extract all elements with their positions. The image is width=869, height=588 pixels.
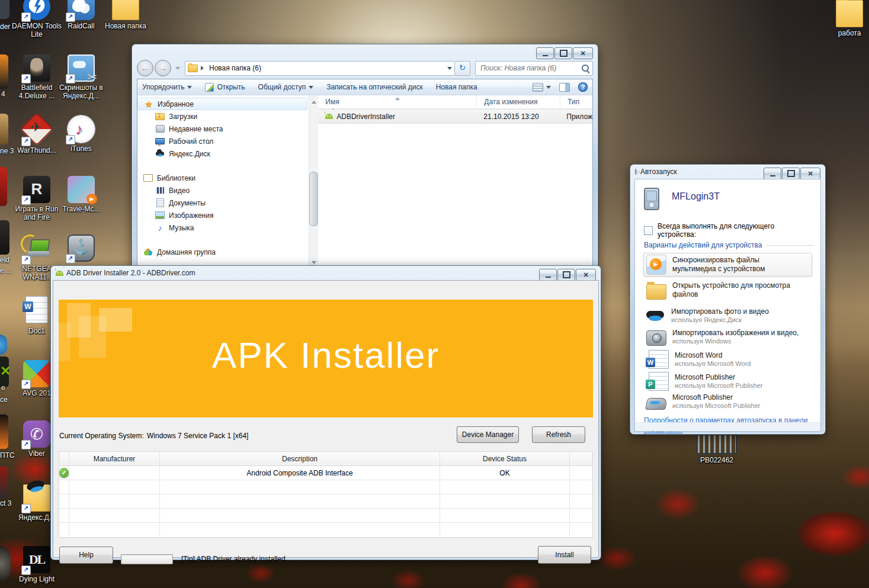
device-row-android[interactable]: Android Composite ADB Interface OK <box>59 466 592 480</box>
sidebar-item-favorites[interactable]: Избранное <box>137 98 307 110</box>
close-button[interactable]: ✕ <box>573 47 593 59</box>
desktop-icon-fragment[interactable] <box>0 54 8 89</box>
sidebar-item-recent-places[interactable]: Недавние места <box>137 123 309 135</box>
install-button[interactable]: Install <box>538 546 591 564</box>
avg-icon <box>23 360 50 387</box>
address-dropdown-icon[interactable] <box>447 67 452 72</box>
sidebar-item-video[interactable]: Видео <box>137 184 309 197</box>
desktop-icon-travie[interactable]: Travie-Mc... <box>56 176 106 213</box>
toolbar-organize[interactable]: Упорядочить <box>142 83 192 91</box>
column-header-date[interactable]: Дата изменения <box>477 95 560 108</box>
file-row-adbdriverinstaller[interactable]: ADBDriverInstaller 21.10.2015 13:20 Прил… <box>318 109 592 124</box>
maximize-button[interactable] <box>782 168 800 179</box>
travie-icon <box>68 176 95 203</box>
geforce-icon-fragment[interactable]: ✕ <box>0 356 9 387</box>
help-button[interactable]: Help <box>59 547 113 564</box>
toolbar-burn[interactable]: Записать на оптический диск <box>326 83 423 91</box>
back-button[interactable]: ← <box>137 60 153 76</box>
word-icon <box>649 350 669 369</box>
desktop-icon-fragment[interactable] <box>0 546 11 581</box>
sidebar-item-libraries[interactable]: Библиотеки <box>137 172 309 184</box>
minimize-icon <box>770 173 775 176</box>
help-icon[interactable]: ? <box>578 82 588 92</box>
autoplay-option-publisher[interactable]: Microsoft Publisherиспользуя Microsoft P… <box>643 370 812 393</box>
sidebar-item-pictures[interactable]: Изображения <box>137 209 309 221</box>
file-type-cell: Прилож <box>559 113 592 121</box>
autoplay-option-import-windows[interactable]: Импортировать изображения и видео,исполь… <box>643 326 812 348</box>
shortcut-arrow-icon <box>21 380 31 389</box>
column-header-device-status[interactable]: Device Status <box>440 452 570 465</box>
breadcrumb[interactable]: Новая папка (6) <box>209 64 444 72</box>
sidebar-scrollbar[interactable] <box>309 95 318 269</box>
device-row-empty <box>59 523 592 536</box>
shortcut-arrow-icon <box>66 74 75 83</box>
desktop-icon-daemon-tools[interactable]: DAEMON Tools Lite <box>12 0 62 39</box>
search-box[interactable] <box>475 61 593 76</box>
refresh-button[interactable]: Refresh <box>532 426 585 443</box>
sidebar-item-yandex-disk[interactable]: Яндекс.Диск <box>137 147 309 160</box>
autoplay-option-import-yandex[interactable]: Импортировать фото и видеоиспользуя Янде… <box>643 304 812 327</box>
minimize-button[interactable] <box>764 168 781 179</box>
close-button[interactable]: ✕ <box>800 168 820 179</box>
scrollbar-thumb[interactable] <box>309 172 318 226</box>
desktop-icon-fragment[interactable] <box>0 220 9 255</box>
chevron-down-icon[interactable] <box>546 86 551 91</box>
column-header-description[interactable]: Description <box>160 452 440 465</box>
autoplay-option-word[interactable]: Microsoft Wordиспользуя Microsoft Word <box>643 348 812 371</box>
autoplay-option-open-device[interactable]: Открыть устройство для просмотра файлов <box>643 279 812 301</box>
toolbar-share[interactable]: Общий доступ <box>258 83 314 91</box>
desktop-icon-itunes[interactable]: iTunes <box>56 115 106 153</box>
address-bar[interactable]: Новая папка (6) <box>185 61 455 76</box>
refresh-button[interactable]: ↻ <box>455 61 470 76</box>
column-header-name[interactable]: Имя <box>318 95 477 108</box>
desktop-icon-label: RaidCall <box>56 22 106 30</box>
search-input[interactable] <box>479 63 582 73</box>
sidebar-item-desktop[interactable]: Рабочий стол <box>137 135 309 147</box>
desktop-icon-run-and-fire[interactable]: Играть в Run and Fire <box>12 176 62 222</box>
always-do-checkbox[interactable] <box>644 226 653 235</box>
adb-titlebar[interactable]: ADB Driver Installer 2.0 - ADBDriver.com <box>51 266 601 280</box>
desktop-icon-rabota[interactable]: работа <box>825 0 869 37</box>
desktop-icon-fragment[interactable] <box>0 167 7 206</box>
toolbar-new-folder[interactable]: Новая папка <box>436 83 477 91</box>
device-manager-button[interactable]: Device Manager <box>457 426 519 443</box>
desktop-icon-raidcall[interactable]: RaidCall <box>56 0 106 30</box>
device-status-cell <box>59 466 69 480</box>
sidebar-item-downloads[interactable]: Загрузки <box>137 110 309 123</box>
change-view-icon[interactable] <box>533 83 543 92</box>
autoplay-option-publisher-2[interactable]: Microsoft Publisherиспользуя Microsoft P… <box>643 391 812 412</box>
minimize-button[interactable] <box>539 269 557 281</box>
desktop-icon-fragment[interactable] <box>0 0 9 19</box>
column-header-manufacturer[interactable]: Manufacturer <box>69 452 160 465</box>
scroll-up-icon[interactable] <box>312 98 316 104</box>
desktop-icon-warships[interactable] <box>56 234 106 262</box>
maximize-button[interactable] <box>554 47 572 59</box>
forward-button[interactable]: → <box>155 60 171 76</box>
desktop-icon-screenshots[interactable]: Скриншоты в Яндекс.Д... <box>56 54 106 101</box>
desktop-icon-new-folder[interactable]: Новая папка <box>101 0 150 30</box>
sidebar-item-homegroup[interactable]: Домашняя группа <box>137 246 309 258</box>
device-row-empty <box>59 480 592 494</box>
dying-light-icon <box>23 546 50 573</box>
minimize-button[interactable] <box>536 47 554 59</box>
warships-anchor-icon <box>68 234 95 262</box>
desktop-icon-fragment[interactable] <box>0 114 8 144</box>
sidebar-item-documents[interactable]: Документы <box>137 197 309 209</box>
desktop-icon-warthunder[interactable]: WarThund... <box>12 115 62 155</box>
desktop-icon-battlefield4[interactable]: Battlefield 4.Deluxe ... <box>12 54 62 101</box>
sidebar-item-music[interactable]: Музыка <box>137 221 309 234</box>
autoplay-option-sync-media[interactable]: Синхронизировать файлы мультимедиа с уст… <box>643 253 812 277</box>
adb-installer-window: ADB Driver Installer 2.0 - ADBDriver.com… <box>50 265 601 560</box>
desktop-icon-fragment[interactable] <box>0 415 8 449</box>
column-header-type[interactable]: Тип <box>560 95 592 108</box>
desktop-icon-pb022462[interactable]: PB022462 <box>692 434 742 464</box>
desktop-icon-fragment[interactable] <box>0 467 8 499</box>
close-button[interactable]: ✕ <box>576 269 596 281</box>
desktop-icon-fragment-label: der <box>0 23 10 31</box>
toolbar-open[interactable]: Открыть <box>205 83 245 92</box>
recent-pages-dropdown-icon[interactable] <box>175 67 180 72</box>
explorer-client-area: Упорядочить Открыть Общий доступ Записат… <box>137 79 593 269</box>
preview-pane-icon[interactable] <box>559 83 570 92</box>
maximize-button[interactable] <box>557 269 575 281</box>
tip-text: [Tip] ADB Driver already installed <box>181 555 286 563</box>
